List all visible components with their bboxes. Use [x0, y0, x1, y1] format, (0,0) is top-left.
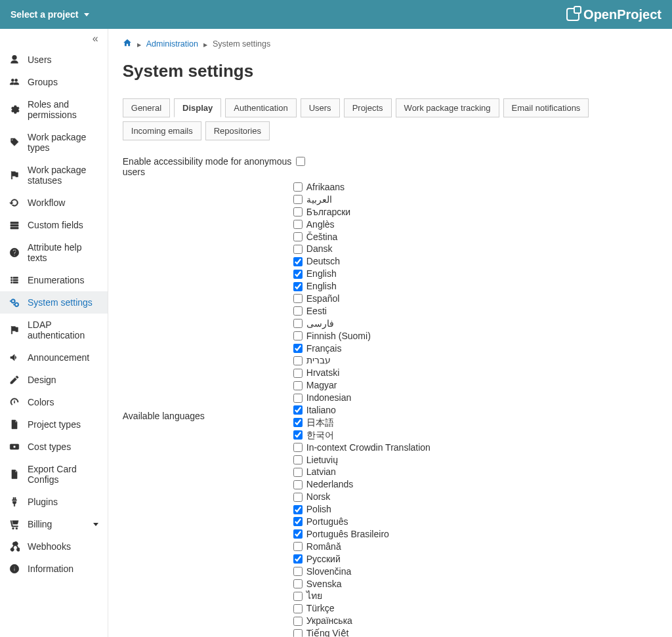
sidebar-item-cost-types[interactable]: Cost types — [0, 436, 108, 458]
sidebar-item-information[interactable]: Information — [0, 558, 108, 580]
language-checkbox[interactable] — [293, 270, 303, 279]
language-checkbox[interactable] — [293, 455, 303, 464]
language-label: 한국어 — [306, 429, 334, 442]
sidebar-item-roles-and-permissions[interactable]: Roles and permissions — [0, 93, 108, 126]
language-checkbox[interactable] — [293, 592, 303, 601]
language-checkbox[interactable] — [293, 468, 303, 477]
tab-display[interactable]: Display — [174, 98, 221, 117]
cart-icon — [9, 519, 20, 529]
tab-email-notifications[interactable]: Email notifications — [503, 98, 589, 117]
sidebar-item-webhooks[interactable]: Webhooks — [0, 535, 108, 558]
language-checkbox[interactable] — [293, 567, 303, 576]
languages-row: Available languages AfrikaansالعربيةБълг… — [123, 181, 658, 637]
breadcrumb-administration-link[interactable]: Administration — [146, 39, 198, 49]
sidebar-item-workflow[interactable]: Workflow — [0, 192, 108, 214]
language-option: Hrvatski — [293, 367, 658, 379]
language-label: Lietuvių — [306, 454, 338, 466]
tab-incoming-emails[interactable]: Incoming emails — [123, 121, 201, 140]
language-checkbox[interactable] — [293, 306, 303, 316]
sidebar-collapse-button[interactable] — [0, 29, 108, 49]
home-icon[interactable] — [123, 38, 132, 49]
language-checkbox[interactable] — [293, 493, 303, 502]
sidebar-item-label: Custom fields — [28, 220, 98, 230]
tab-work-package-tracking[interactable]: Work package tracking — [396, 98, 499, 117]
language-checkbox[interactable] — [293, 529, 303, 539]
refresh-icon — [9, 197, 20, 208]
language-checkbox[interactable] — [293, 405, 303, 415]
sidebar-item-label: Design — [28, 375, 98, 385]
language-checkbox[interactable] — [293, 381, 303, 390]
language-label: Português — [306, 516, 348, 528]
language-checkbox[interactable] — [293, 554, 303, 564]
language-checkbox[interactable] — [293, 331, 303, 340]
sidebar-item-ldap-authentication[interactable]: LDAP authentication — [0, 314, 108, 346]
language-checkbox[interactable] — [293, 207, 303, 216]
language-label: Anglès — [306, 218, 335, 231]
sidebar-item-billing[interactable]: Billing — [0, 513, 108, 535]
language-checkbox[interactable] — [293, 505, 303, 514]
language-option: Norsk — [293, 491, 658, 503]
sidebar-item-plugins[interactable]: Plugins — [0, 491, 108, 513]
language-checkbox[interactable] — [293, 617, 303, 626]
sidebar-item-work-package-types[interactable]: Work package types — [0, 126, 108, 159]
language-label: In-context Crowdin Translation — [306, 442, 430, 454]
language-checkbox[interactable] — [293, 294, 303, 303]
language-checkbox[interactable] — [293, 257, 303, 266]
sidebar-item-design[interactable]: Design — [0, 369, 108, 391]
language-checkbox[interactable] — [293, 480, 303, 489]
language-checkbox[interactable] — [293, 220, 303, 229]
tab-authentication[interactable]: Authentication — [225, 98, 296, 117]
tab-users[interactable]: Users — [301, 98, 340, 117]
language-option: Français — [293, 342, 658, 355]
language-checkbox[interactable] — [293, 443, 303, 452]
page-title: System settings — [123, 61, 658, 81]
groups-icon — [9, 77, 20, 87]
language-option: Polish — [293, 503, 658, 516]
language-checkbox[interactable] — [293, 369, 303, 378]
language-checkbox[interactable] — [293, 604, 303, 613]
sidebar-item-system-settings[interactable]: System settings — [0, 291, 108, 314]
language-option: Italiano — [293, 404, 658, 417]
language-checkbox[interactable] — [293, 245, 303, 254]
sidebar-item-project-types[interactable]: Project types — [0, 413, 108, 436]
language-checkbox[interactable] — [293, 418, 303, 427]
sidebar-item-export-card-configs[interactable]: Export Card Configs — [0, 458, 108, 491]
language-checkbox[interactable] — [293, 356, 303, 365]
language-checkbox[interactable] — [293, 517, 303, 526]
language-label: Čeština — [306, 231, 337, 243]
tag-icon — [9, 137, 20, 148]
brand[interactable]: OpenProject — [566, 7, 662, 22]
language-checkbox[interactable] — [293, 182, 303, 192]
language-checkbox[interactable] — [293, 629, 303, 638]
sidebar-item-enumerations[interactable]: Enumerations — [0, 269, 108, 291]
language-checkbox[interactable] — [293, 579, 303, 588]
accessibility-checkbox[interactable] — [296, 157, 305, 166]
language-checkbox[interactable] — [293, 319, 303, 328]
sidebar-item-attribute-help-texts[interactable]: Attribute help texts — [0, 236, 108, 269]
tab-repositories[interactable]: Repositories — [205, 121, 270, 140]
language-label: English — [306, 268, 337, 280]
language-checkbox[interactable] — [293, 232, 303, 241]
language-checkbox[interactable] — [293, 195, 303, 204]
tab-general[interactable]: General — [123, 98, 170, 117]
sidebar-item-announcement[interactable]: Announcement — [0, 346, 108, 369]
accessibility-row: Enable accessibility mode for anonymous … — [123, 155, 658, 177]
sidebar-item-users[interactable]: Users — [0, 49, 108, 71]
pencil-icon — [9, 375, 20, 385]
language-label: Português Brasileiro — [306, 528, 389, 541]
language-checkbox[interactable] — [293, 344, 303, 353]
language-checkbox[interactable] — [293, 430, 303, 440]
tab-projects[interactable]: Projects — [344, 98, 392, 117]
language-label: Magyar — [306, 379, 337, 392]
language-checkbox[interactable] — [293, 282, 303, 291]
sidebar-item-work-package-statuses[interactable]: Work package statuses — [0, 159, 108, 192]
admin-sidebar: UsersGroupsRoles and permissionsWork pac… — [0, 29, 108, 637]
bullhorn-icon — [9, 352, 20, 363]
project-selector[interactable]: Select a project — [10, 9, 89, 20]
language-option: Português — [293, 516, 658, 528]
language-checkbox[interactable] — [293, 542, 303, 551]
sidebar-item-groups[interactable]: Groups — [0, 71, 108, 93]
sidebar-item-colors[interactable]: Colors — [0, 391, 108, 413]
sidebar-item-custom-fields[interactable]: Custom fields — [0, 214, 108, 236]
language-checkbox[interactable] — [293, 394, 303, 403]
